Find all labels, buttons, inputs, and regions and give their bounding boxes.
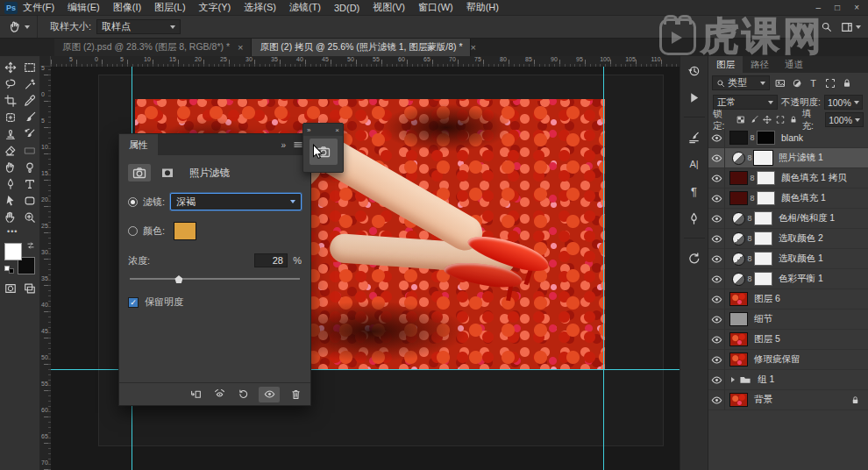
- menu-item[interactable]: 图像(I): [113, 1, 141, 14]
- horizontal-ruler[interactable]: 5051015202530354045505560657075808590951…: [51, 56, 679, 67]
- smudge-tool[interactable]: [1, 159, 20, 175]
- minimize-button[interactable]: –: [816, 3, 822, 12]
- layer-visibility-eye-icon[interactable]: [708, 128, 725, 148]
- type-tool[interactable]: [20, 175, 39, 192]
- rotate-view-panel-icon[interactable]: [685, 250, 704, 266]
- layer-name[interactable]: blank: [781, 132, 803, 143]
- workspace-switcher[interactable]: [841, 21, 861, 33]
- menu-item[interactable]: 编辑(E): [68, 1, 100, 14]
- filter-type-layers-icon[interactable]: T: [807, 78, 820, 89]
- menu-item[interactable]: 文字(Y): [199, 1, 231, 14]
- layer-mask-thumbnail[interactable]: [754, 272, 772, 286]
- maximize-button[interactable]: □: [835, 3, 840, 12]
- layer-visibility-eye-icon[interactable]: [708, 168, 725, 189]
- layer-name[interactable]: 图层 6: [754, 293, 780, 305]
- layer-mask-thumbnail[interactable]: [754, 252, 772, 266]
- adjustment-layer-thumbnail[interactable]: [732, 212, 745, 225]
- edit-toolbar-button[interactable]: •••: [0, 225, 39, 238]
- density-input[interactable]: 28: [254, 253, 288, 267]
- layer-row[interactable]: 8选取颜色 1: [708, 249, 868, 269]
- guide-vertical-right[interactable]: [603, 67, 604, 470]
- gradient-tool[interactable]: [20, 142, 39, 159]
- clone-stamp-tool[interactable]: [1, 125, 20, 142]
- swap-colors-icon[interactable]: [25, 241, 36, 250]
- adjustment-layer-thumbnail[interactable]: [732, 232, 745, 246]
- character-panel-icon[interactable]: A|: [685, 156, 704, 172]
- layer-row[interactable]: 图层 5: [708, 330, 868, 350]
- filter-kind-select[interactable]: 类型: [712, 75, 770, 90]
- view-previous-state-button[interactable]: [211, 387, 227, 402]
- reset-button[interactable]: [235, 387, 251, 402]
- layer-visibility-eye-icon[interactable]: [708, 249, 725, 269]
- layer-mask-thumbnail[interactable]: [757, 171, 775, 185]
- tab-close-icon[interactable]: ×: [238, 42, 243, 53]
- layer-name[interactable]: 图层 5: [754, 333, 780, 345]
- layer-row[interactable]: 8blank: [708, 128, 868, 148]
- layer-name[interactable]: 色相/饱和度 1: [779, 212, 835, 224]
- path-select-tool[interactable]: [1, 192, 20, 209]
- opacity-select[interactable]: 100%: [824, 95, 863, 110]
- layer-name[interactable]: 颜色填充 1: [781, 192, 826, 204]
- layer-thumbnail[interactable]: [729, 292, 748, 306]
- history-panel-icon[interactable]: [685, 62, 704, 78]
- marquee-tool[interactable]: [20, 59, 39, 75]
- filter-adjustment-layers-icon[interactable]: [790, 78, 803, 89]
- pen-tool[interactable]: [1, 175, 20, 192]
- layer-name[interactable]: 细节: [754, 313, 772, 325]
- layer-visibility-eye-icon[interactable]: [708, 330, 725, 350]
- menu-item[interactable]: 选择(S): [244, 1, 276, 14]
- tab-properties[interactable]: 属性: [119, 134, 158, 155]
- layer-thumbnail[interactable]: [729, 191, 748, 205]
- close-button[interactable]: ×: [854, 3, 859, 12]
- adjustment-layer-thumbnail[interactable]: [732, 273, 745, 286]
- layer-row[interactable]: 组 1: [708, 370, 868, 390]
- layers-panel-tab[interactable]: 通道: [777, 56, 811, 73]
- brush-settings-panel-icon[interactable]: [685, 129, 704, 145]
- paragraph-panel-icon[interactable]: ¶: [685, 183, 704, 199]
- expand-panel-icon[interactable]: »: [307, 126, 310, 134]
- menu-item[interactable]: 视图(V): [373, 1, 405, 14]
- zoom-tool[interactable]: [20, 209, 39, 225]
- layer-visibility-eye-icon[interactable]: [708, 269, 725, 289]
- preserve-luminosity-checkbox[interactable]: ✓: [128, 297, 139, 308]
- photo-filter-button[interactable]: [128, 164, 151, 182]
- layer-row[interactable]: 背景: [708, 390, 868, 410]
- shape-tool[interactable]: [20, 192, 39, 209]
- close-icon[interactable]: ×: [335, 126, 339, 134]
- menu-item[interactable]: 窗口(W): [418, 1, 453, 14]
- actions-panel-icon[interactable]: [685, 89, 704, 105]
- layer-name[interactable]: 色彩平衡 1: [779, 273, 823, 285]
- collapse-panel-icon[interactable]: »: [281, 140, 286, 150]
- layer-name[interactable]: 背景: [754, 394, 772, 406]
- layer-row[interactable]: 8色彩平衡 1: [708, 269, 868, 289]
- layer-visibility-eye-icon[interactable]: [708, 289, 725, 310]
- layer-visibility-eye-icon[interactable]: [708, 148, 725, 168]
- menu-item[interactable]: 帮助(H): [466, 1, 499, 14]
- menu-item[interactable]: 3D(D): [334, 3, 359, 13]
- layer-row[interactable]: 修瑕疵保留: [708, 350, 868, 370]
- brush-tool[interactable]: [20, 109, 39, 125]
- layer-row[interactable]: 8颜色填充 1: [708, 189, 868, 209]
- layer-mask-thumbnail[interactable]: [754, 211, 772, 225]
- filter-dropdown[interactable]: 深褐: [170, 193, 302, 210]
- search-icon[interactable]: [821, 21, 832, 32]
- layer-name[interactable]: 组 1: [758, 374, 774, 386]
- layer-thumbnail[interactable]: [729, 131, 748, 145]
- layer-thumbnail[interactable]: [729, 312, 748, 326]
- layer-row[interactable]: 图层 6: [708, 289, 868, 310]
- vertical-ruler[interactable]: 50510152025303540455055606570: [40, 67, 51, 470]
- layer-thumbnail[interactable]: [729, 393, 748, 407]
- layer-name[interactable]: 选取颜色 2: [779, 232, 823, 245]
- screen-mode-button[interactable]: [20, 280, 39, 296]
- layer-visibility-eye-icon[interactable]: [708, 390, 725, 410]
- slider-thumb[interactable]: [174, 275, 182, 283]
- layer-visibility-eye-icon[interactable]: [708, 350, 725, 370]
- mask-button[interactable]: [156, 164, 179, 182]
- density-slider[interactable]: [128, 274, 302, 283]
- layer-name[interactable]: 照片滤镜 1: [779, 152, 823, 164]
- layer-mask-thumbnail[interactable]: [754, 231, 772, 246]
- lock-position-icon[interactable]: [763, 115, 772, 125]
- lock-all-icon[interactable]: [789, 115, 798, 125]
- quick-mask-button[interactable]: [1, 280, 20, 296]
- layer-thumbnail[interactable]: [729, 332, 748, 346]
